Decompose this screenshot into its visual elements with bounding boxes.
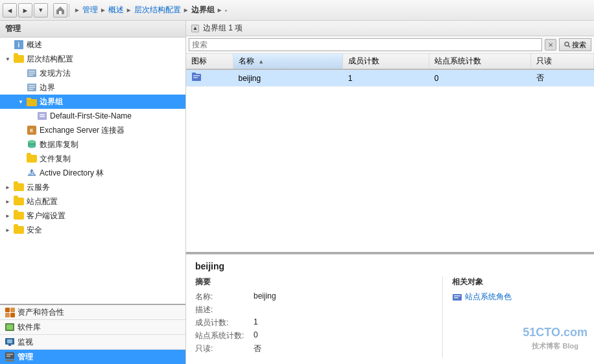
sidebar-item-sitecfg[interactable]: ► 站点配置 xyxy=(0,194,185,209)
dropdown-button[interactable]: ▾ xyxy=(34,3,48,17)
sidebar-item-adforest[interactable]: AD Active Directory 林 xyxy=(0,166,185,180)
svg-rect-48 xyxy=(454,297,458,299)
detail-title: beijing xyxy=(195,261,585,271)
sitecfg-label: 站点配置 xyxy=(27,196,58,207)
search-button[interactable]: 搜索 xyxy=(559,38,591,51)
svg-rect-28 xyxy=(5,313,10,317)
detail-content: 摘要 名称: beijing 描述: 成员计数: 1 xyxy=(195,277,585,358)
cloudservice-folder-icon xyxy=(13,181,25,193)
bc-sep0: ► xyxy=(74,6,80,14)
svg-point-23 xyxy=(28,145,36,148)
sidebar-item-monitor[interactable]: 监视 xyxy=(0,335,185,350)
svg-rect-34 xyxy=(7,339,12,343)
table-row[interactable]: beijing 1 0 否 xyxy=(186,69,594,87)
detail-right: 相关对象 站点系统角色 xyxy=(442,277,585,358)
scroll-up-button[interactable]: ▲ xyxy=(191,25,199,32)
related-section-title: 相关对象 xyxy=(452,277,585,288)
hierarchy-label: 层次结构配置 xyxy=(27,54,73,65)
main-layout: 管理 i 概述 ▼ 层次结构配置 xyxy=(0,21,594,364)
svg-rect-16 xyxy=(38,112,47,120)
col-sitesystemcount[interactable]: 站点系统计数 xyxy=(429,54,531,69)
sidebar-item-defaultsite[interactable]: Default-First-Site-Name xyxy=(0,109,185,123)
monitor-icon xyxy=(4,336,16,348)
field-label-name: 名称: xyxy=(195,291,254,302)
row-readonly: 否 xyxy=(531,69,594,87)
list-panel: ▲ 边界组 1 项 ✕ 搜索 xyxy=(186,21,594,254)
search-input[interactable] xyxy=(189,38,542,51)
sidebar-item-hierarchy[interactable]: ▼ 层次结构配置 xyxy=(0,52,185,66)
col-name[interactable]: 名称 ▲ xyxy=(233,54,343,69)
svg-rect-27 xyxy=(5,308,10,312)
sidebar-bottom-nav: 资产和符合性 软件库 xyxy=(0,304,185,364)
col-icon[interactable]: 图标 xyxy=(186,54,233,69)
svg-rect-44 xyxy=(193,75,200,76)
col-membercount[interactable]: 成员计数 xyxy=(343,54,429,69)
site-role-icon xyxy=(452,292,462,302)
admin-icon xyxy=(4,351,16,363)
hierarchy-folder-icon xyxy=(13,53,25,65)
svg-rect-37 xyxy=(6,354,13,355)
software-label: 软件库 xyxy=(18,322,41,333)
sidebar-item-software[interactable]: 软件库 xyxy=(0,320,185,335)
database-label: 数据库复制 xyxy=(40,139,78,150)
home-icon[interactable] xyxy=(53,3,67,17)
sitecfg-folder-icon xyxy=(13,196,25,207)
svg-text:AD: AD xyxy=(29,171,35,176)
sidebar-item-cloudservice[interactable]: ► 云服务 xyxy=(0,180,185,194)
database-icon xyxy=(26,139,38,150)
summary-section-title: 摘要 xyxy=(195,277,429,288)
list-header: ▲ 边界组 1 项 xyxy=(186,21,594,36)
svg-text:i: i xyxy=(18,41,20,49)
software-icon xyxy=(4,321,16,333)
sidebar-item-security[interactable]: ► 安全 xyxy=(0,223,185,237)
field-label-membercount: 成员计数: xyxy=(195,317,254,328)
sidebar-item-boundary[interactable]: 边界 xyxy=(0,80,185,95)
detail-field-name: 名称: beijing xyxy=(195,291,429,302)
svg-point-24 xyxy=(28,141,36,144)
related-item-label: 站点系统角色 xyxy=(465,291,512,302)
related-item-siterole[interactable]: 站点系统角色 xyxy=(452,291,585,302)
data-table: 图标 名称 ▲ 成员计数 站点系统计数 xyxy=(186,54,594,87)
svg-rect-45 xyxy=(193,77,198,78)
sidebar-item-boundarygroup[interactable]: ▼ 边界组 xyxy=(0,95,185,109)
field-label-desc: 描述: xyxy=(195,304,254,315)
row-sitesystemcount: 0 xyxy=(429,69,531,87)
sidebar-item-filerepl[interactable]: 文件复制 xyxy=(0,152,185,166)
search-clear-button[interactable]: ✕ xyxy=(545,39,556,51)
sidebar-header: 管理 xyxy=(0,21,185,38)
bc-item-2[interactable]: 层次结构配置 xyxy=(134,5,181,16)
forward-button[interactable]: ► xyxy=(18,3,32,17)
sidebar-item-discovery[interactable]: 发现方法 xyxy=(0,66,185,80)
sidebar-item-database[interactable]: 数据库复制 xyxy=(0,137,185,152)
sidebar-item-assets[interactable]: 资产和符合性 xyxy=(0,305,185,320)
sidebar: 管理 i 概述 ▼ 层次结构配置 xyxy=(0,21,186,364)
boundary-icon xyxy=(26,82,38,93)
svg-rect-14 xyxy=(27,99,37,106)
col-readonly[interactable]: 只读 xyxy=(531,54,594,69)
sort-arrow-name: ▲ xyxy=(258,58,264,65)
svg-rect-47 xyxy=(454,295,460,297)
back-button[interactable]: ◄ xyxy=(3,3,17,17)
defaultsite-icon xyxy=(36,110,48,122)
svg-rect-35 xyxy=(8,345,11,346)
admin-label: 管理 xyxy=(18,352,33,363)
sidebar-item-admin[interactable]: 管理 xyxy=(0,350,185,364)
exchange-icon: E xyxy=(26,124,38,136)
bc-item-0[interactable]: 管理 xyxy=(82,5,98,16)
search-bar: ✕ 搜索 xyxy=(186,36,594,54)
assets-label: 资产和符合性 xyxy=(18,307,64,318)
boundary-label: 边界 xyxy=(40,82,55,93)
boundarygroup-folder-icon xyxy=(26,96,38,108)
svg-rect-2 xyxy=(59,11,62,14)
bc-item-1[interactable]: 概述 xyxy=(108,5,124,16)
row-membercount: 1 xyxy=(343,69,429,87)
sidebar-item-exchange[interactable]: E Exchange Server 连接器 xyxy=(0,123,185,137)
toolbar: ◄ ► ▾ ► 管理 ► 概述 ► 层次结构配置 ► 边界组 ► • xyxy=(0,0,594,21)
defaultsite-label: Default-First-Site-Name xyxy=(50,111,132,120)
field-label-sitesystemcount: 站点系统计数: xyxy=(195,330,254,341)
sidebar-item-overview[interactable]: i 概述 xyxy=(0,38,185,52)
field-value-readonly: 否 xyxy=(254,343,261,354)
filerepl-folder-icon xyxy=(26,153,38,165)
sidebar-item-clientcfg[interactable]: ► 客户端设置 xyxy=(0,209,185,223)
svg-rect-30 xyxy=(10,313,15,317)
